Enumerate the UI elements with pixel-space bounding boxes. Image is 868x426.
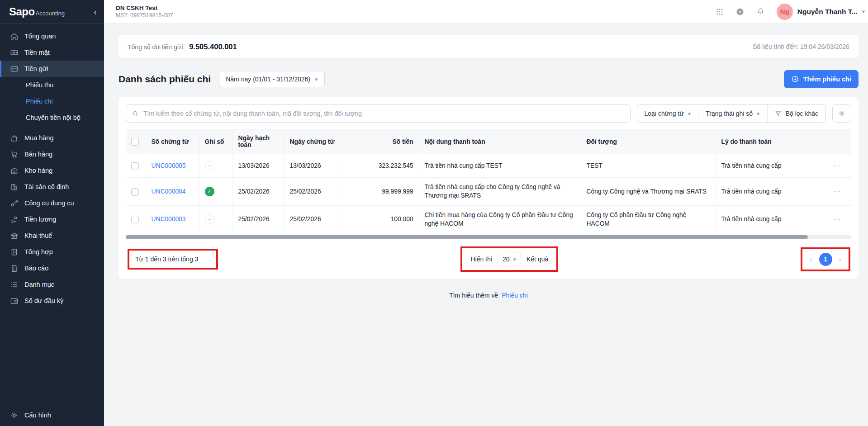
- amount-cell: 323.232.545: [343, 154, 419, 178]
- search-input[interactable]: [143, 110, 625, 117]
- content-cell: Trả tiền nhà cung cấp TEST: [419, 154, 581, 178]
- row-more-icon[interactable]: ⋯: [834, 162, 841, 170]
- sidebar-item-chuyen-tien-noi-bo[interactable]: Chuyển tiền nội bộ: [0, 109, 104, 126]
- learn-more: Tìm hiểu thêm về Phiếu chi: [119, 292, 859, 299]
- sidebar-item-tai-san-co-dinh[interactable]: Tài sản cố định: [0, 179, 104, 195]
- voucher-table: Số chứng từ Ghi sổ Ngày hạch toán Ngày c…: [126, 129, 851, 233]
- voucher-list-card: Loại chứng từ ▾ Trạng thái ghi sổ ▾ Bộ l…: [119, 97, 859, 279]
- sidebar-item-phieu-thu[interactable]: Phiếu thu: [0, 77, 104, 93]
- sidebar-item-label: Danh mục: [24, 281, 54, 288]
- sidebar-item-cau-hinh[interactable]: Cấu hình: [0, 404, 104, 426]
- posted-icon: ✓: [205, 187, 214, 196]
- chevron-down-icon: ▾: [688, 110, 691, 117]
- sidebar-item-tong-hop[interactable]: $ Tổng hợp: [0, 244, 104, 260]
- next-page-icon[interactable]: ›: [839, 255, 841, 264]
- sidebar-item-khai-thue[interactable]: Khai thuế: [0, 227, 104, 244]
- payroll-icon: [9, 215, 19, 224]
- search-icon: [132, 110, 139, 118]
- sidebar-item-kho-hang[interactable]: Kho hàng: [0, 162, 104, 179]
- sidebar-item-label: Phiếu chi: [26, 98, 53, 105]
- sidebar-item-label: Mua hàng: [24, 134, 54, 142]
- sidebar-footer: Cấu hình: [0, 404, 104, 426]
- add-voucher-button[interactable]: Thêm phiếu chi: [784, 70, 859, 88]
- pagination-range-text: Từ 1 đến 3 trên tổng 3: [135, 256, 198, 263]
- topbar-right: ? Ng Nguyễn Thanh T... ▾: [716, 4, 865, 20]
- sidebar-item-bao-cao[interactable]: Báo cáo: [0, 260, 104, 276]
- table-row: UNC000005 − 13/03/2026 13/03/2026 323.23…: [126, 154, 851, 178]
- learn-more-link[interactable]: Phiếu chi: [502, 292, 528, 299]
- header-content: Nội dung thanh toán: [419, 129, 581, 154]
- sidebar-item-label: Công cụ dụng cụ: [24, 199, 74, 207]
- table-row: UNC000004 ✓ 25/02/2026 25/02/2026 99.999…: [126, 178, 851, 206]
- list-icon: [9, 280, 19, 289]
- cart-icon: [9, 150, 19, 159]
- key-tool-icon: [9, 199, 19, 208]
- posting-status-filter[interactable]: Trạng thái ghi sổ ▾: [698, 105, 767, 122]
- table-row: UNC000003 − 25/02/2026 25/02/2026 100.00…: [126, 205, 851, 233]
- sidebar-logo-row: SapoAccounting ‹: [0, 0, 104, 24]
- search-box: [126, 104, 631, 123]
- apps-grid-icon[interactable]: [716, 8, 724, 16]
- plus-circle-icon: [791, 75, 799, 83]
- other-filters-label: Bộ lọc khác: [786, 110, 818, 117]
- company-tax-id: MST: 0987519815-007: [116, 12, 173, 19]
- doc-date-cell: 25/02/2026: [284, 178, 343, 206]
- voucher-link[interactable]: UNC000005: [152, 162, 186, 169]
- voucher-link[interactable]: UNC000004: [152, 188, 186, 195]
- learn-more-text: Tìm hiểu thêm về: [449, 292, 498, 299]
- row-checkbox[interactable]: [131, 162, 139, 170]
- svg-text:?: ?: [739, 9, 741, 14]
- sidebar-item-mua-hang[interactable]: Mua hàng: [0, 130, 104, 146]
- company-name: DN CSKH Test: [116, 5, 173, 11]
- filter-group: Loại chứng từ ▾ Trạng thái ghi sổ ▾ Bộ l…: [637, 104, 826, 123]
- row-checkbox[interactable]: [131, 188, 139, 196]
- prev-page-icon[interactable]: ‹: [810, 255, 812, 264]
- sidebar-item-tong-quan[interactable]: Tổng quan: [0, 28, 104, 44]
- chevron-down-icon: ▾: [757, 110, 760, 117]
- scrollbar-thumb[interactable]: [126, 235, 808, 239]
- help-icon[interactable]: ?: [735, 7, 745, 16]
- posting-date-cell: 25/02/2026: [232, 205, 284, 233]
- not-posted-icon: −: [205, 161, 214, 170]
- voucher-link[interactable]: UNC000003: [152, 216, 186, 222]
- doc-date-cell: 25/02/2026: [284, 205, 343, 233]
- header-amount: Số tiền: [343, 129, 419, 154]
- page-size-select[interactable]: 20 ▾: [498, 252, 521, 266]
- sidebar-item-danh-muc[interactable]: Danh mục: [0, 276, 104, 293]
- select-all-checkbox[interactable]: [131, 138, 139, 146]
- avatar: Ng: [777, 4, 793, 20]
- table-settings-button[interactable]: [832, 104, 851, 123]
- posting-date-cell: 13/03/2026: [232, 154, 284, 178]
- row-checkbox[interactable]: [131, 216, 139, 223]
- brand-suffix-text: Accounting: [36, 10, 65, 17]
- row-more-icon[interactable]: ⋯: [834, 188, 841, 195]
- sidebar-item-tien-gui[interactable]: Tiền gửi: [0, 61, 104, 77]
- sidebar-item-cong-cu-dung-cu[interactable]: Công cụ dụng cụ: [0, 195, 104, 211]
- chevron-down-icon: ▾: [513, 256, 516, 263]
- bank-icon: [9, 231, 19, 240]
- sidebar-collapse-icon[interactable]: ‹: [94, 7, 97, 16]
- sidebar-item-phieu-chi[interactable]: Phiếu chi: [0, 93, 104, 109]
- user-menu[interactable]: Ng Nguyễn Thanh T... ▾: [777, 4, 865, 20]
- app-window: SapoAccounting ‹ Tổng quan Tiền mặt Tiền…: [0, 0, 868, 426]
- partner-cell: Công ty Cổ phần Đầu tư Công nghệ HACOM: [581, 205, 716, 233]
- horizontal-scrollbar[interactable]: [126, 235, 851, 239]
- current-page-button[interactable]: 1: [819, 253, 832, 266]
- row-more-icon[interactable]: ⋯: [834, 215, 841, 223]
- notification-bell-icon[interactable]: [756, 7, 765, 16]
- sidebar-item-ban-hang[interactable]: Bán hàng: [0, 146, 104, 162]
- bank-card-icon: [9, 64, 19, 73]
- other-filters-button[interactable]: Bộ lọc khác: [767, 105, 825, 122]
- sidebar-item-tien-mat[interactable]: Tiền mặt: [0, 44, 104, 61]
- amount-cell: 99.999.999: [343, 178, 419, 206]
- sidebar-item-so-du-dau-ky[interactable]: Số dư đầu kỳ: [0, 293, 104, 309]
- chevron-down-icon: ▾: [862, 8, 865, 15]
- sidebar-item-tien-luong[interactable]: Tiền lương: [0, 211, 104, 227]
- sidebar-item-label: Tài sản cố định: [24, 183, 69, 190]
- sidebar-item-label: Kho hàng: [24, 167, 52, 174]
- reason-cell: Trả tiền nhà cung cấp: [716, 205, 828, 233]
- date-range-dropdown[interactable]: Năm nay (01/01 - 31/12/2026) ▾: [219, 71, 324, 87]
- title-row: Danh sách phiếu chi Năm nay (01/01 - 31/…: [119, 70, 859, 88]
- doc-type-filter[interactable]: Loại chứng từ ▾: [637, 105, 698, 122]
- not-posted-icon: −: [205, 214, 214, 224]
